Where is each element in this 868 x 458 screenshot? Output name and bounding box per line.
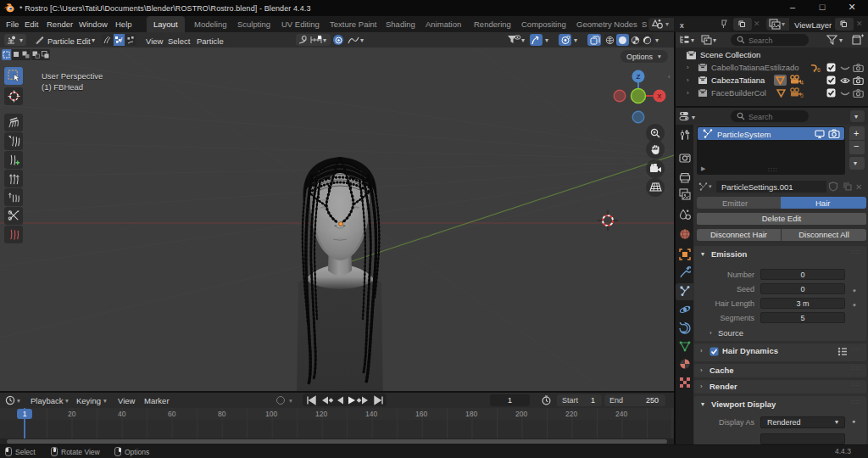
svg-text:Z: Z [637,73,641,81]
svg-text:X: X [657,92,662,100]
